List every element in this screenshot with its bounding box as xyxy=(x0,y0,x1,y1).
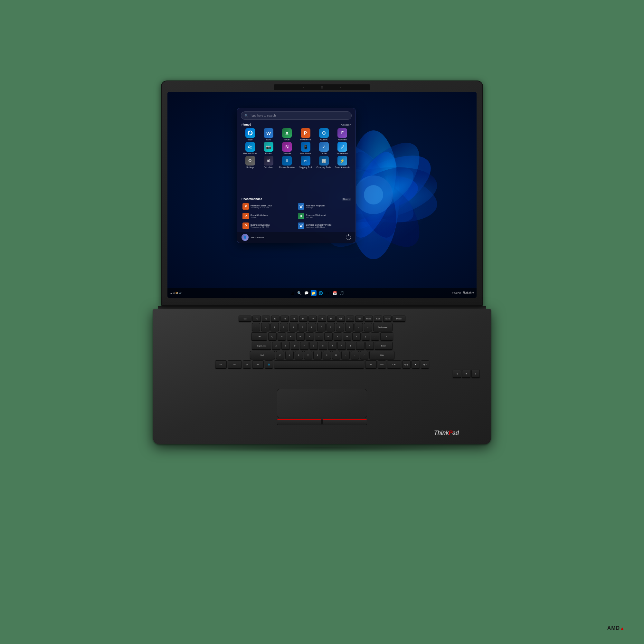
key-0[interactable]: 0 xyxy=(345,323,354,331)
app-msstore[interactable]: 🛍 Microsoft Store xyxy=(241,142,259,155)
key-minus[interactable]: - xyxy=(355,323,363,331)
key-f10[interactable]: F10 xyxy=(336,316,345,322)
key-s[interactable]: S xyxy=(281,342,290,350)
key-lbracket[interactable]: [ xyxy=(362,332,370,341)
key-u[interactable]: U xyxy=(324,332,333,341)
key-f4[interactable]: F4 xyxy=(280,316,289,322)
key-b[interactable]: B xyxy=(313,351,322,359)
key-delete[interactable]: Delete xyxy=(393,316,405,322)
key-f5[interactable]: F5 xyxy=(290,316,298,322)
key-windows[interactable]: ⊞ xyxy=(243,360,251,369)
key-1[interactable]: 1 xyxy=(261,323,270,331)
key-equals[interactable]: = xyxy=(364,323,372,331)
key-arrow-down[interactable]: ▼ xyxy=(462,370,470,378)
key-insert[interactable]: Insert xyxy=(383,316,392,322)
key-e[interactable]: E xyxy=(287,332,295,341)
app-todo[interactable]: ✓ To Do xyxy=(315,142,332,155)
key-f1[interactable]: F1 xyxy=(252,316,261,322)
key-fn[interactable]: Fn xyxy=(215,360,227,369)
app-onenote[interactable]: N OneNote xyxy=(279,142,296,155)
all-apps-link[interactable]: All apps › xyxy=(341,123,351,126)
key-3[interactable]: 3 xyxy=(280,323,288,331)
key-backslash[interactable]: \ xyxy=(380,332,393,341)
app-outlook[interactable]: O Outlook xyxy=(315,128,332,141)
key-d[interactable]: D xyxy=(291,342,299,350)
key-p[interactable]: P xyxy=(352,332,361,341)
key-w[interactable]: W xyxy=(278,332,286,341)
more-button[interactable]: More › xyxy=(342,198,351,201)
key-quote[interactable]: ' xyxy=(365,342,374,350)
key-capslock[interactable]: CapsLock xyxy=(252,342,271,350)
key-5[interactable]: 5 xyxy=(298,323,307,331)
rec-item-0[interactable]: P Fabrikam Sales Deck Yesterday at 1:15 … xyxy=(241,202,296,211)
key-backtick[interactable]: ` xyxy=(252,323,260,331)
search-bar[interactable]: 🔍 Type here to search xyxy=(241,111,352,120)
rec-item-1[interactable]: W Fabrikam Proposal 17m ago xyxy=(297,202,351,211)
key-period[interactable]: . xyxy=(351,351,359,359)
key-f11[interactable]: F11 xyxy=(346,316,354,322)
rec-item-5[interactable]: W Contoso Company Profile Yesterday at 1… xyxy=(297,222,351,230)
key-ctrl-left[interactable]: Ctrl xyxy=(228,360,242,369)
key-o[interactable]: O xyxy=(343,332,351,341)
key-6[interactable]: 6 xyxy=(308,323,316,331)
taskbar-chat[interactable]: 💬 xyxy=(304,290,309,296)
key-7[interactable]: 7 xyxy=(317,323,326,331)
taskbar-mail[interactable]: ✉ xyxy=(325,290,331,296)
app-remote[interactable]: 🖥 Remote Desktop xyxy=(279,156,296,168)
key-tab[interactable]: Tab xyxy=(251,332,267,341)
rec-item-4[interactable]: P Business Overview Yesterday at 4:24 PM xyxy=(241,222,296,230)
taskbar-explorer[interactable]: 📁 xyxy=(311,290,317,296)
app-calculator[interactable]: 🖩 Calculator xyxy=(260,156,277,168)
key-prtsc[interactable]: PrtSc xyxy=(378,360,386,369)
key-2[interactable]: 2 xyxy=(270,323,279,331)
taskbar-calendar[interactable]: 📅 xyxy=(332,290,338,296)
key-f[interactable]: F xyxy=(300,342,308,350)
app-portal[interactable]: 🏢 Company Portal xyxy=(315,156,332,168)
key-alt-left[interactable]: Alt xyxy=(252,360,264,369)
trackpad-btn-right[interactable] xyxy=(322,419,367,425)
app-powerpoint[interactable]: P PowerPoint xyxy=(297,128,314,141)
key-f2[interactable]: F2 xyxy=(262,316,270,322)
power-button[interactable] xyxy=(346,235,351,240)
key-t[interactable]: T xyxy=(306,332,314,341)
key-f6[interactable]: F6 xyxy=(299,316,308,322)
key-l[interactable]: L xyxy=(347,342,355,350)
app-automate[interactable]: ⚡ Power Automate xyxy=(334,156,351,168)
app-whiteboard[interactable]: 🖊 Whiteboard xyxy=(334,142,351,155)
key-c[interactable]: C xyxy=(295,351,303,359)
key-k[interactable]: K xyxy=(337,342,346,350)
key-z[interactable]: Z xyxy=(276,351,284,359)
key-f7[interactable]: F7 xyxy=(308,316,317,322)
key-arrow-left[interactable]: ◄ xyxy=(453,370,461,378)
app-word[interactable]: W Word xyxy=(260,128,277,141)
app-photos[interactable]: 📷 Photos xyxy=(260,142,277,155)
app-edge[interactable]: Edge xyxy=(241,128,259,141)
taskbar-search[interactable]: 🔍 xyxy=(297,290,302,296)
key-f8[interactable]: F8 xyxy=(318,316,326,322)
rec-item-3[interactable]: X Expense Worksheet 12h ago xyxy=(297,212,351,220)
key-alt-right[interactable]: Alt xyxy=(365,360,377,369)
app-excel[interactable]: X Excel xyxy=(279,128,296,141)
key-4[interactable]: 4 xyxy=(289,323,298,331)
trackpad-btn-left[interactable] xyxy=(277,419,322,425)
key-esc[interactable]: Esc xyxy=(239,316,251,322)
trackpad[interactable] xyxy=(277,389,367,418)
key-a[interactable]: A xyxy=(272,342,280,350)
key-v[interactable]: V xyxy=(304,351,312,359)
key-n[interactable]: N xyxy=(323,351,331,359)
key-enter[interactable]: Enter xyxy=(375,342,393,350)
taskbar-music[interactable]: 🎵 xyxy=(339,290,345,296)
key-f3[interactable]: F3 xyxy=(271,316,279,322)
app-phone[interactable]: 📱 Your Phone xyxy=(297,142,314,155)
key-comma[interactable]: , xyxy=(341,351,350,359)
key-home[interactable]: Home xyxy=(365,316,373,322)
key-semicolon[interactable]: ; xyxy=(356,342,365,350)
key-f12[interactable]: F12 xyxy=(355,316,364,322)
key-shift-right[interactable]: Shift xyxy=(369,351,394,359)
key-j[interactable]: J xyxy=(328,342,336,350)
key-y[interactable]: Y xyxy=(315,332,323,341)
key-arrow-up[interactable]: ▲ xyxy=(412,360,420,369)
key-pgup[interactable]: PgUp xyxy=(402,360,411,369)
key-9[interactable]: 9 xyxy=(336,323,344,331)
key-q[interactable]: Q xyxy=(268,332,277,341)
